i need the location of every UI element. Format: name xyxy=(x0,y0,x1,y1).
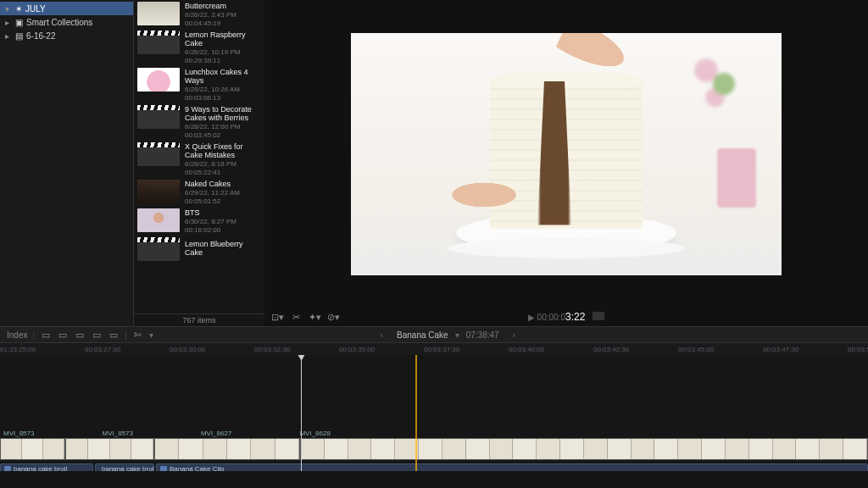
disclosure-triangle[interactable]: ▸ xyxy=(5,31,12,41)
timeline-ruler[interactable]: 01:33:25:0000:03:27:3000:03:30:0000:03:3… xyxy=(0,343,868,355)
clip-appearance-icon[interactable]: ▭ xyxy=(108,330,120,340)
browser-clip[interactable]: X Quick Fixes for Cake Mistakes6/28/22, … xyxy=(134,141,264,178)
clip-list[interactable]: Buttercream6/26/22, 2:43 PM00:04:45:19Le… xyxy=(134,0,264,313)
connected-clip[interactable]: banana cake broll xyxy=(0,463,93,471)
clip-thumbnail[interactable] xyxy=(137,208,180,232)
clip-duration: 00:04:45:19 xyxy=(185,19,236,27)
loop-icon[interactable] xyxy=(593,312,604,320)
viewer-toolbar: ⊡▾ ✂ ✦▾ ⊘▾ ▶ 00:00:03:22 xyxy=(264,308,868,326)
timeline-toolbar: Index | ▭ ▭ ▭ ▭ ▭ | ✄▾ ‹ Banana Cake ▾ 0… xyxy=(0,326,868,343)
clip-date: 6/29/22, 11:22 AM xyxy=(185,189,240,197)
browser-clip[interactable]: Lemon Blueberry Cake xyxy=(134,236,264,263)
clip-thumbnail[interactable] xyxy=(137,105,180,129)
folder-icon: ▣ xyxy=(15,18,23,27)
sidebar-item-july[interactable]: ▾ ✶ JULY xyxy=(0,2,133,15)
browser-clip[interactable]: Buttercream6/26/22, 2:43 PM00:04:45:19 xyxy=(134,0,264,29)
timeline-clip[interactable] xyxy=(0,438,65,460)
clip-date: 6/28/22, 8:18 PM xyxy=(185,160,261,168)
clip-appearance-icon[interactable]: ▭ xyxy=(91,330,103,340)
ruler-timecode: 00:03:30:00 xyxy=(170,346,205,353)
clip-title: 9 Ways to Decorate Cakes with Berries xyxy=(185,105,261,122)
timeline-clip[interactable] xyxy=(300,438,868,460)
timeline-clip[interactable] xyxy=(154,438,300,460)
browser-clip[interactable]: 9 Ways to Decorate Cakes with Berries6/2… xyxy=(134,103,264,141)
primary-storyline[interactable] xyxy=(0,438,868,460)
clip-title: Lunchbox Cakes 4 Ways xyxy=(185,68,261,85)
ruler-timecode: 00:03:27:30 xyxy=(85,346,120,353)
tools-popup-icon[interactable]: ✄ xyxy=(132,330,144,340)
prev-edit-icon[interactable]: ‹ xyxy=(374,330,390,340)
browser-clip[interactable]: Naked Cakes6/29/22, 11:22 AM00:05:01:52 xyxy=(134,178,264,207)
timeline-clip-label: MVI_8573 xyxy=(3,430,34,438)
clip-thumbnail[interactable] xyxy=(137,30,180,54)
index-button[interactable]: Index xyxy=(7,330,27,340)
sidebar-label: Smart Collections xyxy=(26,18,92,27)
viewer[interactable] xyxy=(264,0,868,308)
connected-clip[interactable]: Banana Cake Clip xyxy=(156,463,868,471)
clip-appearance-icon[interactable]: ▭ xyxy=(74,330,86,340)
ruler-timecode: 00:03:37:30 xyxy=(424,346,459,353)
library-sidebar: ▾ ✶ JULY ▸ ▣ Smart Collections ▸ ▤ 6-16-… xyxy=(0,0,134,326)
clip-thumbnail[interactable] xyxy=(137,180,180,203)
timeline-clip-label: MVI_8627 xyxy=(201,430,231,438)
crop-tool-icon[interactable]: ✂ xyxy=(290,312,302,322)
clip-appearance-icon[interactable]: ▭ xyxy=(40,330,52,340)
ruler-timecode: 00:03:35:00 xyxy=(339,346,375,353)
clip-title: X Quick Fixes for Cake Mistakes xyxy=(185,142,261,159)
timeline-clip-label: MVI_8573 xyxy=(102,430,132,438)
disclosure-triangle[interactable]: ▾ xyxy=(5,4,12,14)
disclosure-triangle[interactable]: ▸ xyxy=(5,18,12,27)
project-name[interactable]: Banana Cake xyxy=(397,330,448,340)
clip-title: Lemon Blueberry Cake xyxy=(185,240,261,257)
next-edit-icon[interactable]: › xyxy=(506,330,522,340)
clip-date: 6/28/22, 12:00 PM xyxy=(185,123,261,130)
ruler-timecode: 01:33:25:00 xyxy=(0,346,36,353)
clip-duration: 00:29:39:11 xyxy=(185,57,261,64)
browser-item-count: 767 items xyxy=(134,313,264,326)
clip-thumbnail[interactable] xyxy=(137,68,180,92)
clip-browser: Buttercream6/26/22, 2:43 PM00:04:45:19Le… xyxy=(134,0,264,326)
clip-thumbnail[interactable] xyxy=(137,142,180,166)
clip-title: BTS xyxy=(185,208,236,217)
browser-clip[interactable]: Lunchbox Cakes 4 Ways6/28/22, 10:26 AM00… xyxy=(134,66,264,103)
clip-duration: 00:18:02:00 xyxy=(185,226,236,234)
ruler-timecode: 00:03:47:30 xyxy=(763,346,798,353)
browser-clip[interactable]: Lemon Raspberry Cake6/26/22, 10:19 PM00:… xyxy=(134,29,264,66)
connected-clips-row: banana cake broll banana cake broll Bana… xyxy=(0,463,868,471)
clip-duration: 00:03:45:02 xyxy=(185,131,261,139)
viewer-panel: ⊡▾ ✂ ✦▾ ⊘▾ ▶ 00:00:03:22 xyxy=(264,0,868,326)
clip-date: 6/26/22, 10:19 PM xyxy=(185,48,261,56)
retime-tool-icon[interactable]: ⊘▾ xyxy=(327,312,339,322)
sidebar-item-6-16-22[interactable]: ▸ ▤ 6-16-22 xyxy=(0,29,133,42)
timeline-clip-label: MVI_8628 xyxy=(299,430,330,438)
ruler-timecode: 00:03:45:00 xyxy=(678,346,714,353)
connected-clip[interactable]: banana cake broll xyxy=(95,463,154,471)
clip-thumbnail[interactable] xyxy=(137,237,180,261)
playhead[interactable] xyxy=(301,355,302,471)
clip-thumbnail[interactable] xyxy=(137,2,180,25)
clip-title: Buttercream xyxy=(185,2,236,10)
sidebar-item-smart-collections[interactable]: ▸ ▣ Smart Collections xyxy=(0,15,133,29)
event-icon: ✶ xyxy=(15,4,22,14)
sidebar-label: 6-16-22 xyxy=(26,31,55,41)
clip-date: 6/28/22, 10:26 AM xyxy=(185,86,261,93)
ruler-timecode: 00:03:50:00 xyxy=(848,346,868,353)
preview-frame xyxy=(351,33,782,275)
clip-date: 6/30/22, 8:27 PM xyxy=(185,218,236,225)
clip-duration: 00:05:01:52 xyxy=(185,197,240,205)
enhance-tool-icon[interactable]: ✦▾ xyxy=(309,312,320,322)
clip-date: 6/26/22, 2:43 PM xyxy=(185,11,236,19)
clip-duration: 00:03:06:13 xyxy=(185,94,261,102)
timeline-tracks[interactable]: MVI_8573MVI_8573MVI_8627MVI_8628 banana … xyxy=(0,355,868,471)
ruler-timecode: 00:03:40:00 xyxy=(509,346,544,353)
timeline-clip[interactable] xyxy=(65,438,154,460)
viewer-timecode: ▶ 00:00:03:22 xyxy=(339,311,793,323)
project-duration: 07:38:47 xyxy=(466,330,499,340)
clip-title: Naked Cakes xyxy=(185,180,240,188)
browser-clip[interactable]: BTS6/30/22, 8:27 PM00:18:02:00 xyxy=(134,207,264,236)
transform-tool-icon[interactable]: ⊡▾ xyxy=(271,312,283,322)
clip-appearance-icon[interactable]: ▭ xyxy=(57,330,69,340)
event-icon: ▤ xyxy=(15,31,23,41)
clip-title: Lemon Raspberry Cake xyxy=(185,30,261,47)
ruler-timecode: 00:03:42:30 xyxy=(593,346,629,353)
